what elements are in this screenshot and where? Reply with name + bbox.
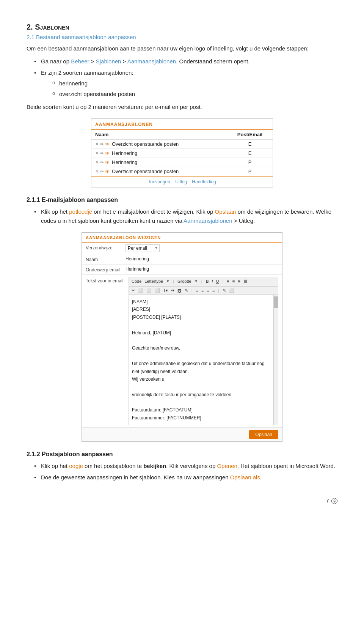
opslaan-row: Opslaan <box>82 427 282 441</box>
eye-icon[interactable]: 👁 <box>105 160 110 165</box>
toolbar-align-left[interactable]: ≡ <box>226 279 230 284</box>
toolbar-italic[interactable]: I <box>210 279 214 284</box>
email-bullet-1: Klik op het potloodje om het e-mailsjabl… <box>34 207 337 225</box>
toolbar-link[interactable]: ✎ <box>184 288 189 293</box>
oogje-link[interactable]: oogje <box>69 463 83 469</box>
opslaan-als-link[interactable]: Opslaan als <box>230 474 260 480</box>
bekijken-text: bekijken <box>143 463 166 469</box>
delete-icon[interactable]: ✕ <box>95 151 99 156</box>
page-number-area: 7 © <box>27 497 337 504</box>
delete-icon[interactable]: ✕ <box>95 169 99 174</box>
section-number: 2. Sjablonen <box>27 23 337 32</box>
form-row-verzendwijze: Verzendwijze Per email <box>82 243 282 254</box>
opslaan-button[interactable]: Opslaan <box>249 430 278 439</box>
toolbar-bold[interactable]: B <box>204 279 210 284</box>
edit-icon[interactable]: ✏ <box>100 151 104 156</box>
sub-heading-1-1: 2.1.1 E-mailsjabloon aanpassen <box>27 197 337 203</box>
row-icons: ✕ ✏ 👁 <box>95 160 110 165</box>
openen-link[interactable]: Openen <box>217 463 237 469</box>
row-icons: ✕ ✏ 👁 <box>95 169 110 174</box>
value-verzendwijze[interactable]: Per email <box>126 244 278 252</box>
table-row: ✕ ✏ 👁 Herinnering E <box>91 149 273 158</box>
table-title: AANMAANSJABLONEN <box>91 119 273 130</box>
handleiding-link[interactable]: Handleiding <box>192 179 216 184</box>
potloodje-link[interactable]: potloodje <box>69 208 92 215</box>
col-type-header: Post/Email <box>231 132 269 137</box>
table-row: ✕ ✏ 👁 Overzicht openstaande posten P <box>91 167 273 176</box>
toolbar-grootte-dropdown[interactable]: ▼ <box>193 279 199 284</box>
sep-1: | <box>172 279 175 284</box>
toolbar-code[interactable]: Code <box>130 279 143 284</box>
intro-text: Om een bestaand aanmaansjabloon aan te p… <box>27 44 337 53</box>
post-bullet-1: Klik op het oogje om het postsjabloon te… <box>34 462 337 471</box>
table-columns: Naam Post/Email <box>91 130 273 140</box>
table-footer: Toevoegen – Uitleg – Handleiding <box>91 176 273 187</box>
toolbar-grootte[interactable]: Grootte <box>176 279 193 284</box>
sep-3: | <box>221 279 224 284</box>
label-onderwerp: Onderwerp email <box>86 266 126 273</box>
both-text: Beide soorten kunt u op 2 manieren verst… <box>27 102 337 112</box>
toolbar-image[interactable]: 🖼 <box>176 288 183 293</box>
toolbar-text-color[interactable]: T▾ <box>162 288 169 293</box>
row-icons: ✕ ✏ 👁 <box>95 142 110 147</box>
delete-icon[interactable]: ✕ <box>95 160 99 165</box>
uitleg-link[interactable]: Uitleg <box>175 179 187 184</box>
toolbar-cut[interactable]: ✂ <box>130 288 136 293</box>
toolbar-highlight[interactable]: ·▾ <box>170 288 176 293</box>
wijzigen-title: AANMAANSJABLOON WIJZIGEN <box>82 233 282 243</box>
toolbar-align-center[interactable]: ≡ <box>231 279 236 284</box>
toolbar-ul[interactable]: ≡ <box>200 288 205 293</box>
sub-item-2: overzicht openstaande posten <box>52 90 337 99</box>
sjablonen-link[interactable]: Sjablonen <box>96 58 121 65</box>
toolbar-lettertype-dropdown[interactable]: ▼ <box>165 279 171 284</box>
editor-content[interactable]: [NAAM] [ADRES] [POSTCODE] [PLAATS] Helmo… <box>129 295 278 425</box>
edit-icon[interactable]: ✏ <box>100 142 104 147</box>
table-row: ✕ ✏ 👁 Overzicht openstaande posten E <box>91 140 273 149</box>
sep-2: | <box>200 279 204 284</box>
form-row-naam: Naam Herinnering <box>82 254 282 265</box>
delete-icon[interactable]: ✕ <box>95 142 99 147</box>
sep-5: | <box>217 288 220 293</box>
subsection-1-title: 2.1 Bestaand aanmaansjabloon aanpassen <box>27 34 337 40</box>
scrollbar-thumb[interactable] <box>274 296 278 308</box>
wijzigen-form: AANMAANSJABLOON WIJZIGEN Verzendwijze Pe… <box>82 232 282 442</box>
page-number: 7 <box>326 497 329 504</box>
toolbar-indent[interactable]: ≡ <box>206 288 210 293</box>
label-naam: Naam <box>86 256 126 262</box>
eye-icon[interactable]: 👁 <box>105 142 110 147</box>
toolbar-ol[interactable]: ≡ <box>195 288 199 293</box>
editor-toolbar-2[interactable]: ✂ ⬜ ⬜ ⬜ T▾ ·▾ 🖼 ✎ | ≡ ≡ ≡ ≡ | ✎ <box>129 286 278 295</box>
toolbar-align-right[interactable]: ≡ <box>237 279 241 284</box>
toolbar-box[interactable]: ⬜ <box>228 288 235 293</box>
editor-toolbar[interactable]: Code Lettertype ▼ | Grootte ▼ | B I U | … <box>129 277 278 285</box>
toolbar-edit2[interactable]: ✎ <box>221 288 227 293</box>
row-name-1: Overzicht openstaande posten <box>112 141 231 147</box>
label-tekst: Tekst voor in email <box>86 277 126 284</box>
editor-area[interactable]: Code Lettertype ▼ | Grootte ▼ | B I U | … <box>129 277 278 425</box>
value-naam: Herinnering <box>126 256 278 262</box>
toolbar-underline[interactable]: U <box>215 279 220 284</box>
row-type-3: P <box>231 159 269 165</box>
toolbar-outdent[interactable]: ≡ <box>211 288 216 293</box>
opslaan-link[interactable]: Opslaan <box>215 208 236 215</box>
aanmaansjablonen-link[interactable]: Aanmaansjablonen <box>127 58 176 65</box>
toolbar-table[interactable]: ▦ <box>242 278 248 284</box>
toolbar-paste[interactable]: ⬜ <box>145 288 153 293</box>
eye-icon[interactable]: 👁 <box>105 169 110 174</box>
toolbar-paste2[interactable]: ⬜ <box>154 288 161 293</box>
toevoegen-link[interactable]: Toevoegen <box>148 179 170 184</box>
aanmaansjablonen-link2[interactable]: Aanmaansjablonen <box>184 217 232 224</box>
sub-item-1: herinnering <box>52 79 337 88</box>
beheer-link[interactable]: Beheer <box>71 58 89 65</box>
toolbar-lettertype[interactable]: Lettertype <box>143 279 164 284</box>
eye-icon[interactable]: 👁 <box>105 151 110 156</box>
verzendwijze-dropdown[interactable]: Per email <box>126 244 160 252</box>
scrollbar[interactable] <box>273 295 278 425</box>
bullet-2: Er zijn 2 soorten aanmaansjablonen: heri… <box>34 68 337 99</box>
edit-icon[interactable]: ✏ <box>100 169 104 174</box>
post-bullet-2: Doe de gewenste aanpassingen in het sjab… <box>34 473 337 482</box>
edit-icon[interactable]: ✏ <box>100 160 104 165</box>
value-onderwerp: Herinnering <box>126 266 278 272</box>
toolbar-copy[interactable]: ⬜ <box>137 288 144 293</box>
row-name-4: Overzicht openstaande posten <box>112 169 231 174</box>
